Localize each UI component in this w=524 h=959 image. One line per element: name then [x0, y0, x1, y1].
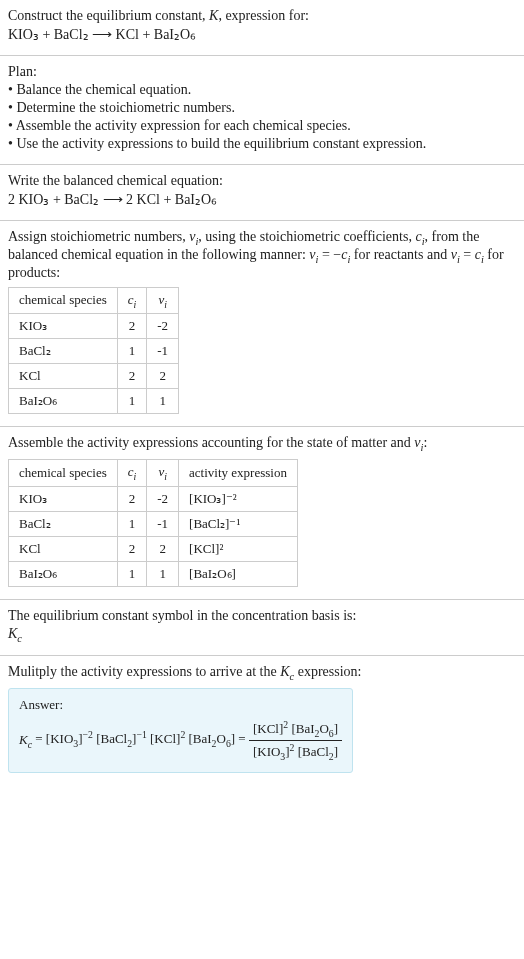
cell-species: KCl: [9, 364, 118, 389]
cell-activity: [KIO₃]⁻²: [179, 486, 298, 511]
cell-vi: -1: [147, 339, 179, 364]
fraction-denominator: [KIO3]2 [BaCl2]: [249, 741, 342, 762]
cell-ci: 2: [117, 486, 147, 511]
kc-symbol-text: The equilibrium constant symbol in the c…: [8, 608, 516, 624]
col-species: chemical species: [9, 459, 118, 486]
answer-expression: Kc = [KIO3]−2 [BaCl2]−1 [KCl]2 [BaI2O6] …: [19, 719, 342, 762]
cell-species: BaI₂O₆: [9, 561, 118, 586]
table-row: BaCl₂ 1 -1 [BaCl₂]⁻¹: [9, 511, 298, 536]
col-vi: νi: [147, 287, 179, 314]
table-row: BaCl₂ 1 -1: [9, 339, 179, 364]
stoichiometric-text: Assign stoichiometric numbers, νi, using…: [8, 229, 516, 281]
prompt-section: Construct the equilibrium constant, K, e…: [0, 0, 524, 55]
cell-ci: 1: [117, 339, 147, 364]
answer-fraction: [KCl]2 [BaI2O6] [KIO3]2 [BaCl2]: [249, 719, 342, 762]
kc-symbol: Kc: [8, 626, 516, 644]
cell-ci: 1: [117, 511, 147, 536]
result-section: Mulitply the activity expressions to arr…: [0, 656, 524, 783]
cell-activity: [KCl]²: [179, 536, 298, 561]
table-row: KIO₃ 2 -2 [KIO₃]⁻²: [9, 486, 298, 511]
table-row: chemical species ci νi activity expressi…: [9, 459, 298, 486]
activity-table: chemical species ci νi activity expressi…: [8, 459, 298, 587]
col-ci: ci: [117, 287, 147, 314]
table-row: KIO₃ 2 -2: [9, 314, 179, 339]
cell-vi: 2: [147, 364, 179, 389]
answer-label: Answer:: [19, 697, 342, 713]
balanced-equation-section: Write the balanced chemical equation: 2 …: [0, 165, 524, 220]
kc-symbol-section: The equilibrium constant symbol in the c…: [0, 600, 524, 656]
cell-ci: 1: [117, 389, 147, 414]
col-ci: ci: [117, 459, 147, 486]
plan-title: Plan:: [8, 64, 516, 80]
plan-section: Plan: • Balance the chemical equation. •…: [0, 56, 524, 164]
cell-activity: [BaCl₂]⁻¹: [179, 511, 298, 536]
activity-text: Assemble the activity expressions accoun…: [8, 435, 516, 453]
stoichiometric-table: chemical species ci νi KIO₃ 2 -2 BaCl₂ 1…: [8, 287, 179, 415]
fraction-numerator: [KCl]2 [BaI2O6]: [249, 719, 342, 741]
col-activity: activity expression: [179, 459, 298, 486]
plan-bullet: • Determine the stoichiometric numbers.: [8, 100, 516, 116]
cell-ci: 2: [117, 364, 147, 389]
col-species: chemical species: [9, 287, 118, 314]
cell-species: KIO₃: [9, 486, 118, 511]
table-row: BaI₂O₆ 1 1 [BaI₂O₆]: [9, 561, 298, 586]
cell-vi: 1: [147, 389, 179, 414]
table-row: BaI₂O₆ 1 1: [9, 389, 179, 414]
answer-box: Answer: Kc = [KIO3]−2 [BaCl2]−1 [KCl]2 […: [8, 688, 353, 773]
balanced-equation: 2 KIO₃ + BaCl₂ ⟶ 2 KCl + BaI₂O₆: [8, 191, 516, 208]
cell-vi: -1: [147, 511, 179, 536]
cell-vi: -2: [147, 314, 179, 339]
result-text: Mulitply the activity expressions to arr…: [8, 664, 516, 682]
cell-vi: 2: [147, 536, 179, 561]
cell-activity: [BaI₂O₆]: [179, 561, 298, 586]
cell-ci: 1: [117, 561, 147, 586]
activity-section: Assemble the activity expressions accoun…: [0, 427, 524, 598]
plan-bullet: • Assemble the activity expression for e…: [8, 118, 516, 134]
col-vi: νi: [147, 459, 179, 486]
cell-species: BaCl₂: [9, 511, 118, 536]
cell-species: BaI₂O₆: [9, 389, 118, 414]
cell-vi: -2: [147, 486, 179, 511]
prompt-equation: KIO₃ + BaCl₂ ⟶ KCl + BaI₂O₆: [8, 26, 516, 43]
table-row: KCl 2 2: [9, 364, 179, 389]
cell-vi: 1: [147, 561, 179, 586]
plan-bullet: • Balance the chemical equation.: [8, 82, 516, 98]
table-row: chemical species ci νi: [9, 287, 179, 314]
cell-species: KCl: [9, 536, 118, 561]
cell-ci: 2: [117, 536, 147, 561]
stoichiometric-section: Assign stoichiometric numbers, νi, using…: [0, 221, 524, 426]
balanced-heading: Write the balanced chemical equation:: [8, 173, 516, 189]
cell-species: KIO₃: [9, 314, 118, 339]
prompt-line-1: Construct the equilibrium constant, K, e…: [8, 8, 516, 24]
cell-species: BaCl₂: [9, 339, 118, 364]
plan-bullet: • Use the activity expressions to build …: [8, 136, 516, 152]
cell-ci: 2: [117, 314, 147, 339]
table-row: KCl 2 2 [KCl]²: [9, 536, 298, 561]
